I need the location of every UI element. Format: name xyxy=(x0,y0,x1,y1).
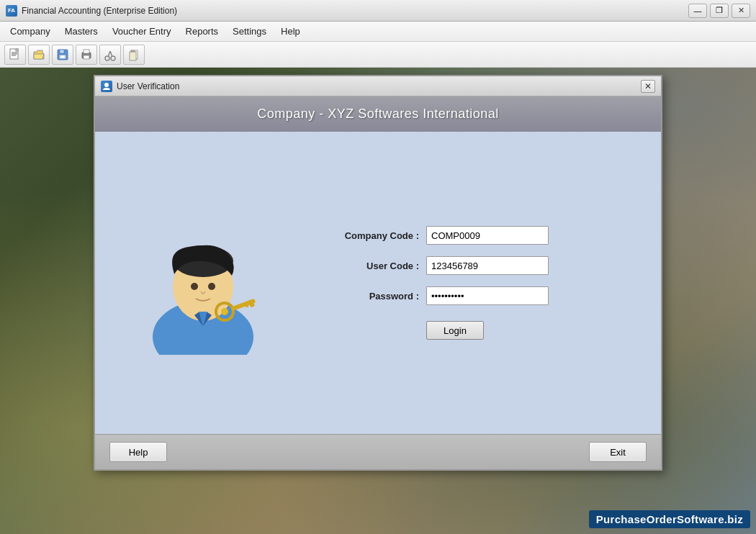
exit-button[interactable]: Exit xyxy=(589,442,647,462)
svg-rect-8 xyxy=(60,55,65,58)
help-button[interactable]: Help xyxy=(109,442,167,462)
toolbar-save[interactable] xyxy=(52,45,73,65)
print-icon xyxy=(80,48,93,61)
password-row: Password : xyxy=(325,286,632,305)
user-icon xyxy=(102,82,111,91)
toolbar-print[interactable] xyxy=(76,45,97,65)
toolbar-open[interactable] xyxy=(28,45,50,65)
company-code-input[interactable] xyxy=(426,226,549,245)
svg-point-12 xyxy=(105,56,109,60)
toolbar-new[interactable] xyxy=(4,45,26,65)
company-code-row: Company Code : xyxy=(325,226,632,245)
toolbar-cut[interactable] xyxy=(99,45,121,65)
user-verification-dialog: User Verification ✕ Company - XYZ Softwa… xyxy=(94,75,662,471)
login-button[interactable]: Login xyxy=(426,321,484,340)
svg-point-19 xyxy=(104,83,109,87)
title-bar: FA Financial Accounting (Enterprise Edit… xyxy=(0,0,756,22)
password-label: Password : xyxy=(325,291,419,302)
app-icon: FA xyxy=(6,5,17,17)
paste-icon xyxy=(127,48,140,61)
minimize-button[interactable]: — xyxy=(688,4,707,18)
svg-rect-18 xyxy=(131,50,135,52)
dialog-title: User Verification xyxy=(117,81,641,91)
menu-voucher-entry[interactable]: Voucher Entry xyxy=(105,23,179,40)
password-input[interactable] xyxy=(426,286,549,305)
menu-help[interactable]: Help xyxy=(274,23,307,40)
svg-rect-6 xyxy=(60,50,64,53)
window-controls: — ❐ ✕ xyxy=(688,4,750,18)
svg-rect-11 xyxy=(84,55,89,59)
restore-button[interactable]: ❐ xyxy=(710,4,729,18)
svg-line-15 xyxy=(110,51,112,57)
close-button[interactable]: ✕ xyxy=(732,4,750,18)
user-avatar xyxy=(131,211,275,355)
dialog-overlay: User Verification ✕ Company - XYZ Softwa… xyxy=(0,68,756,534)
new-icon xyxy=(9,48,22,61)
cut-icon xyxy=(104,48,117,61)
svg-rect-17 xyxy=(130,52,136,60)
menu-company[interactable]: Company xyxy=(3,23,58,40)
open-icon xyxy=(32,48,45,61)
toolbar-paste[interactable] xyxy=(123,45,145,65)
menu-bar: Company Masters Voucher Entry Reports Se… xyxy=(0,22,756,42)
user-code-label: User Code : xyxy=(325,261,419,271)
save-icon xyxy=(56,48,69,61)
user-code-row: User Code : xyxy=(325,256,632,275)
dialog-footer: Help Exit xyxy=(95,434,661,469)
dialog-body: Company Code : User Code : Password : Lo… xyxy=(95,132,661,434)
watermark: PurchaseOrderSoftware.biz xyxy=(589,510,750,528)
avatar-area xyxy=(124,211,282,355)
window-title: Financial Accounting (Enterprise Edition… xyxy=(22,6,688,16)
dialog-header: Company - XYZ Softwares International xyxy=(95,96,661,132)
user-code-input[interactable] xyxy=(426,256,549,275)
svg-point-25 xyxy=(208,283,215,290)
svg-line-14 xyxy=(108,51,110,57)
svg-point-13 xyxy=(111,56,115,60)
svg-rect-1 xyxy=(16,49,18,51)
company-code-label: Company Code : xyxy=(325,230,419,241)
toolbar xyxy=(0,42,756,68)
dialog-titlebar: User Verification ✕ xyxy=(95,76,661,96)
login-form: Company Code : User Code : Password : Lo… xyxy=(282,226,632,340)
svg-rect-10 xyxy=(84,50,89,53)
dialog-close-button[interactable]: ✕ xyxy=(641,80,655,93)
svg-point-24 xyxy=(191,283,198,290)
menu-reports[interactable]: Reports xyxy=(179,23,226,40)
menu-masters[interactable]: Masters xyxy=(58,23,105,40)
menu-settings[interactable]: Settings xyxy=(225,23,274,40)
dialog-icon xyxy=(101,81,112,92)
